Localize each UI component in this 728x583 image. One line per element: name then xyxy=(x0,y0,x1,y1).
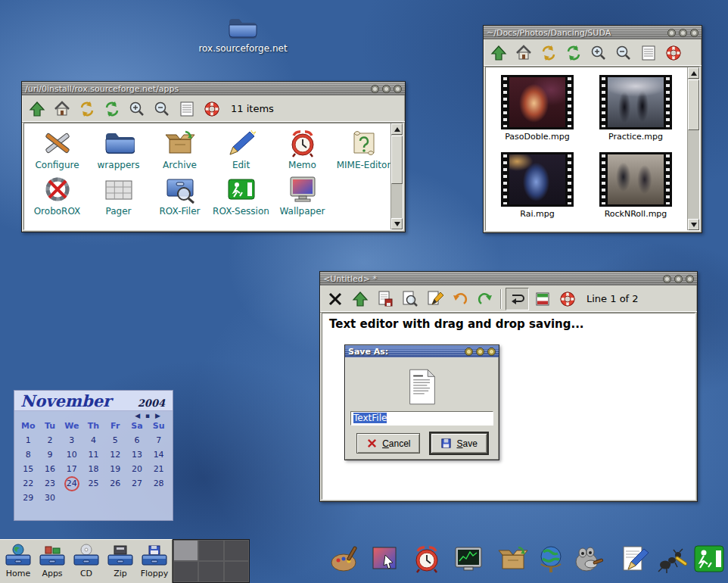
calendar-day[interactable]: 6 xyxy=(126,433,148,447)
calendar-day[interactable]: 19 xyxy=(104,462,126,476)
launcher-session[interactable] xyxy=(693,543,725,575)
home-button[interactable] xyxy=(512,42,535,64)
calendar-day[interactable]: 12 xyxy=(104,447,126,462)
pager-cell[interactable] xyxy=(173,540,198,561)
syntax-button[interactable] xyxy=(530,288,554,310)
zoom-out-button[interactable] xyxy=(611,42,635,64)
calendar-day[interactable]: 18 xyxy=(82,462,104,476)
app-item-edit[interactable]: Edit xyxy=(210,127,272,170)
help-button[interactable] xyxy=(555,288,579,310)
calendar-day[interactable]: 14 xyxy=(148,447,170,462)
home-button[interactable] xyxy=(50,98,73,120)
calendar-day[interactable]: 17 xyxy=(61,462,82,476)
window-close-button[interactable] xyxy=(690,29,698,37)
window-close-button[interactable] xyxy=(394,85,402,93)
wrap-toggle-button[interactable] xyxy=(506,288,529,310)
window-iconify-button[interactable] xyxy=(465,348,473,356)
close-button[interactable] xyxy=(323,288,347,310)
window-iconify-button[interactable] xyxy=(371,85,379,93)
calendar-day[interactable]: 10 xyxy=(61,447,82,462)
desktop-icon-rox[interactable]: rox.sourceforge.net xyxy=(198,15,288,54)
calendar-day[interactable]: 24 xyxy=(61,476,82,491)
window-maximize-button[interactable] xyxy=(679,29,687,37)
calendar-day[interactable]: 16 xyxy=(39,462,61,476)
titlebar-apps[interactable]: /uri/0install/rox.sourceforge.net/apps xyxy=(22,82,405,95)
list-view-button[interactable] xyxy=(636,42,660,64)
list-view-button[interactable] xyxy=(175,98,198,120)
titlebar-editor[interactable]: <Untitled> * xyxy=(320,272,697,285)
zoom-in-button[interactable] xyxy=(586,42,610,64)
scroll-up-button[interactable] xyxy=(688,67,699,79)
window-maximize-button[interactable] xyxy=(476,348,484,356)
app-item-mime-editor[interactable]: MIME-Editor xyxy=(333,127,394,170)
launcher-system-monitor[interactable] xyxy=(453,543,484,575)
back-button[interactable] xyxy=(537,42,560,64)
scroll-down-button[interactable] xyxy=(688,219,699,230)
launcher-memo[interactable] xyxy=(411,543,443,575)
drive-cd[interactable]: CD xyxy=(70,542,103,583)
calendar-day[interactable]: 28 xyxy=(148,476,170,491)
calendar-day[interactable]: 2 xyxy=(39,433,61,447)
undo-button[interactable] xyxy=(448,288,471,310)
launcher-paint[interactable] xyxy=(329,543,361,575)
calendar-day[interactable]: 4 xyxy=(82,433,104,447)
scroll-up-button[interactable] xyxy=(391,123,403,135)
calendar-day[interactable]: 1 xyxy=(17,433,39,447)
file-rai[interactable]: Rai.mpg xyxy=(501,152,574,219)
launcher-globe[interactable] xyxy=(535,543,567,575)
search-button[interactable] xyxy=(398,288,422,310)
redo-button[interactable] xyxy=(473,288,496,310)
window-maximize-button[interactable] xyxy=(382,85,390,93)
help-button[interactable] xyxy=(661,42,685,64)
file-pasodoble[interactable]: PasoDoble.mpg xyxy=(501,75,574,142)
calendar-day[interactable]: 29 xyxy=(17,491,39,505)
app-item-rox-filer[interactable]: ROX-Filer xyxy=(149,173,210,217)
up-button[interactable] xyxy=(25,98,48,120)
launcher-display[interactable] xyxy=(369,543,400,575)
drive-floppy[interactable]: Floppy xyxy=(138,542,171,583)
up-button[interactable] xyxy=(487,42,510,64)
file-rocknroll[interactable]: RockNRoll.mpg xyxy=(599,152,672,219)
calendar-prev-button[interactable]: ◀ xyxy=(135,412,142,419)
up-button[interactable] xyxy=(348,288,372,310)
titlebar-save-as[interactable]: Save As: xyxy=(345,345,499,357)
calendar-day[interactable]: 23 xyxy=(39,476,61,491)
scroll-track[interactable] xyxy=(688,79,699,219)
app-item-memo[interactable]: Memo xyxy=(272,127,333,170)
zoom-in-button[interactable] xyxy=(125,98,148,120)
calendar-day[interactable]: 27 xyxy=(126,476,148,491)
drive-zip[interactable]: Zip xyxy=(104,542,137,583)
refresh-button[interactable] xyxy=(562,42,585,64)
window-maximize-button[interactable] xyxy=(674,275,683,283)
pager-cell[interactable] xyxy=(198,540,223,561)
app-item-wallpaper[interactable]: Wallpaper xyxy=(272,173,333,217)
calendar-day[interactable]: 25 xyxy=(82,476,104,491)
pager-cell[interactable] xyxy=(173,561,198,582)
file-practice[interactable]: Practice.mpg xyxy=(599,75,672,142)
zoom-out-button[interactable] xyxy=(150,98,173,120)
back-button[interactable] xyxy=(75,98,98,120)
window-close-button[interactable] xyxy=(686,275,694,283)
calendar-next-button[interactable]: ▶ xyxy=(155,412,162,419)
calendar-day[interactable]: 11 xyxy=(82,447,104,462)
launcher-gimp[interactable] xyxy=(573,543,605,575)
launcher-bug[interactable] xyxy=(656,543,688,575)
calendar-day[interactable]: 9 xyxy=(39,447,61,462)
calendar-day[interactable]: 15 xyxy=(17,462,39,476)
app-item-rox-session[interactable]: ROX-Session xyxy=(210,173,272,217)
workspace-pager[interactable] xyxy=(173,539,250,583)
launcher-edit[interactable] xyxy=(618,543,650,575)
calendar-today-button[interactable]: ▪ xyxy=(145,412,151,419)
file-icon-wrap[interactable] xyxy=(407,362,437,411)
window-close-button[interactable] xyxy=(487,348,496,356)
calendar-day[interactable]: 7 xyxy=(148,433,170,447)
pager-cell[interactable] xyxy=(198,561,223,582)
scroll-down-button[interactable] xyxy=(391,218,403,229)
launcher-archive[interactable] xyxy=(497,543,529,575)
app-item-archive[interactable]: Archive xyxy=(149,127,210,170)
refresh-button[interactable] xyxy=(100,98,123,120)
titlebar-photos[interactable]: ~/Docs/Photos/Dancing/SUDA xyxy=(484,26,702,39)
cancel-button[interactable]: Cancel xyxy=(356,433,420,454)
app-item-pager[interactable]: Pager xyxy=(88,173,149,217)
help-button[interactable] xyxy=(200,98,223,120)
